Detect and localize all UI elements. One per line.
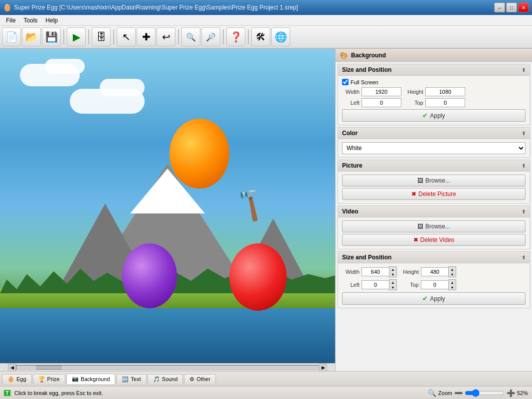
cursor-button[interactable]: ↖	[117, 27, 136, 46]
menu-file[interactable]: File	[2, 16, 19, 25]
video-delete-label: Delete Video	[420, 236, 455, 243]
section-header-color: Color ⬆	[338, 128, 530, 139]
section-header-video: Video ⬆	[338, 206, 530, 217]
width-input-top[interactable]	[361, 87, 401, 96]
zoom-value: 52%	[517, 390, 528, 396]
balloon-purple	[122, 243, 177, 308]
top-input-top[interactable]	[425, 98, 465, 107]
tab-background-label: Background	[81, 376, 110, 382]
tab-other[interactable]: ⚙ Other	[184, 374, 216, 384]
top-label-top: Top	[403, 100, 423, 106]
width-height-row-top: Width Height	[342, 87, 526, 96]
cloud-2	[45, 59, 85, 74]
status-t-icon: T	[4, 390, 10, 396]
top-spin-up-bottom[interactable]: ▲	[449, 280, 456, 285]
toolbar-sep-2	[88, 29, 89, 44]
picture-delete-button[interactable]: ✖ Delete Picture	[342, 188, 526, 200]
width-spin-down-bottom[interactable]: ▼	[389, 272, 396, 277]
video-delete-button[interactable]: ✖ Delete Video	[342, 234, 526, 246]
height-spin-down-bottom[interactable]: ▼	[449, 272, 456, 277]
zoom-fit-button[interactable]: 🔎	[201, 27, 220, 46]
video-browse-icon: 🖼	[417, 223, 423, 230]
settings-button[interactable]: 🛠	[251, 27, 270, 46]
height-spin-input-bottom[interactable]	[421, 267, 448, 276]
add-button[interactable]: ✚	[137, 27, 156, 46]
collapse-video[interactable]: ⬆	[522, 209, 526, 214]
scroll-thumb[interactable]	[36, 366, 61, 370]
tab-prize-icon: 🏆	[38, 376, 45, 383]
statusbar: T Click to break egg, press Esc to exit.…	[0, 386, 532, 399]
minimize-button[interactable]: –	[494, 2, 505, 12]
top-spin-down-bottom[interactable]: ▼	[449, 285, 456, 290]
database-button[interactable]: 🗄	[92, 27, 111, 46]
top-spin-input-bottom[interactable]	[421, 280, 448, 289]
picture-delete-label: Delete Picture	[418, 191, 456, 198]
left-top-row-bottom: Left ▲ ▼ Top	[342, 279, 526, 290]
menu-help[interactable]: Help	[41, 16, 62, 25]
width-height-row-bottom: Width ▲ ▼ Height	[342, 266, 526, 277]
menubar: File Tools Help	[0, 15, 532, 26]
zoom-in-btn[interactable]: ➕	[507, 389, 515, 397]
zoom-area: 🔍 Zoom ➖ ➕ 52%	[428, 389, 528, 397]
apply-label-bottom: Apply	[430, 295, 445, 302]
right-panel: 🎨 Background Size and Position ⬆ Full Sc…	[335, 49, 532, 371]
help-button[interactable]: ❓	[226, 27, 245, 46]
tab-prize[interactable]: 🏆 Prize	[33, 374, 65, 384]
canvas-area[interactable]: 🔨	[0, 49, 335, 363]
fullscreen-checkbox[interactable]	[342, 79, 349, 85]
width-spin-input-bottom[interactable]	[361, 267, 389, 276]
canvas-image: 🔨	[0, 49, 335, 363]
tab-text-icon: 🔤	[122, 376, 129, 383]
height-label-top: Height	[403, 89, 423, 95]
new-button[interactable]: 📄	[2, 27, 21, 46]
section-title-size-position-top: Size and Position	[342, 66, 391, 73]
collapse-color[interactable]: ⬆	[522, 131, 526, 136]
collapse-picture[interactable]: ⬆	[522, 163, 526, 169]
menu-tools[interactable]: Tools	[19, 16, 41, 25]
picture-browse-button[interactable]: 🖼 Browse...	[342, 175, 526, 187]
left-spin-input-bottom[interactable]	[361, 280, 389, 289]
tab-egg-icon: 🥚	[7, 376, 14, 383]
collapse-size-position-bottom[interactable]: ⬆	[522, 255, 526, 260]
toolbar-sep-3	[113, 29, 114, 44]
tab-text-label: Text	[131, 376, 141, 382]
apply-button-bottom[interactable]: ✔ Apply	[342, 292, 526, 305]
scroll-left-btn[interactable]: ◀	[8, 364, 16, 372]
open-button[interactable]: 📂	[22, 27, 41, 46]
left-spin-up-bottom[interactable]: ▲	[389, 280, 396, 285]
close-button[interactable]: ✕	[518, 2, 529, 12]
save-button[interactable]: 💾	[42, 27, 61, 46]
section-header-size-position-bottom: Size and Position ⬆	[338, 252, 530, 263]
tab-text[interactable]: 🔤 Text	[116, 374, 146, 384]
apply-button-top[interactable]: ✔ Apply	[342, 109, 526, 122]
width-spin-up-bottom[interactable]: ▲	[389, 267, 396, 272]
restore-button[interactable]: □	[506, 2, 517, 12]
zoom-out-button[interactable]: ➖	[454, 389, 463, 397]
collapse-size-position-top[interactable]: ⬆	[522, 67, 526, 73]
height-spin-buttons-bottom: ▲ ▼	[448, 266, 456, 277]
tab-prize-label: Prize	[47, 376, 60, 382]
status-message: Click to break egg, press Esc to exit.	[14, 390, 103, 396]
tab-background[interactable]: 📷 Background	[66, 374, 116, 384]
canvas-container: 🔨 ◀ ▶	[0, 49, 335, 371]
search-icon: 🔍	[428, 389, 436, 397]
left-input-top[interactable]	[361, 98, 401, 107]
zoom-slider[interactable]	[465, 389, 505, 397]
video-browse-button[interactable]: 🖼 Browse...	[342, 220, 526, 232]
height-input-top[interactable]	[425, 87, 465, 96]
scroll-right-btn[interactable]: ▶	[319, 364, 327, 372]
height-spin-up-bottom[interactable]: ▲	[449, 267, 456, 272]
tab-sound[interactable]: 🎵 Sound	[148, 374, 183, 384]
left-spin-down-bottom[interactable]: ▼	[389, 285, 396, 290]
color-dropdown[interactable]: White Black Red Green Blue Custom...	[342, 142, 526, 154]
section-title-color: Color	[342, 130, 357, 137]
picture-browse-label: Browse...	[425, 177, 450, 184]
scroll-track	[16, 365, 319, 370]
run-button[interactable]: ▶	[67, 27, 86, 46]
undo-button[interactable]: ↩	[157, 27, 176, 46]
panel-content[interactable]: Size and Position ⬆ Full Screen Width He…	[336, 62, 532, 371]
world-button[interactable]: 🌐	[271, 27, 290, 46]
zoom-in-button[interactable]: 🔍	[181, 27, 200, 46]
toolbar: 📄 📂 💾 ▶ 🗄 ↖ ✚ ↩ 🔍 🔎 ❓ 🛠 🌐	[0, 26, 532, 49]
tab-egg[interactable]: 🥚 Egg	[2, 374, 32, 384]
